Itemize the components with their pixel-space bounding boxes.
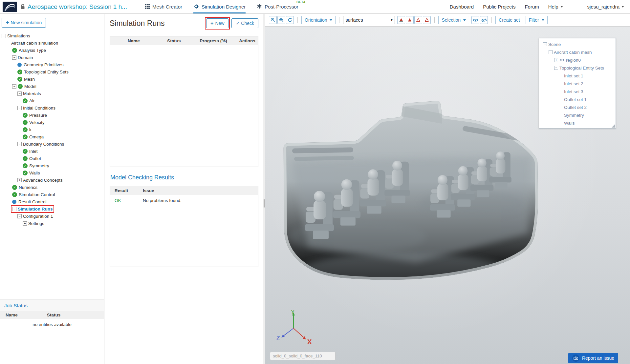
collapse-icon[interactable]: − — [17, 91, 22, 96]
tree-item-label[interactable]: Configuration 1 — [23, 214, 53, 219]
sim-tree-item-settings[interactable]: +Settings — [0, 220, 104, 227]
tree-item-label[interactable]: Result Control — [18, 199, 47, 204]
nav-public-projects[interactable]: Public Projects — [483, 4, 515, 10]
scene-tree-item-outlet-set-2[interactable]: Outlet set 2 — [540, 103, 614, 111]
sim-tree-item-mesh[interactable]: ✓Mesh — [0, 75, 104, 83]
tree-item-label[interactable]: Symmetry — [29, 163, 49, 168]
tree-item-label[interactable]: Simulations — [7, 33, 30, 38]
tree-item-label[interactable]: Simulation Control — [19, 192, 55, 197]
hide-selection-cone-icon[interactable] — [397, 16, 405, 24]
nav-help-menu[interactable]: Help — [548, 4, 563, 10]
show-selection-cone-icon[interactable] — [406, 16, 414, 24]
collapse-icon[interactable]: − — [549, 50, 553, 54]
render-mode-select[interactable]: surfaces — [343, 16, 395, 24]
tree-item-label[interactable]: region0 — [566, 58, 581, 63]
tree-item-label[interactable]: Aircraft cabin mesh — [554, 50, 592, 55]
nav-dashboard[interactable]: Dashboard — [450, 4, 474, 10]
sim-tree-item-configuration-1[interactable]: −Configuration 1 — [0, 212, 104, 220]
tree-item-label[interactable]: Topological Entity Sets — [24, 70, 69, 74]
eye-icon[interactable] — [559, 58, 564, 62]
hovered-face-field[interactable] — [270, 352, 336, 360]
tree-item-label[interactable]: Boundary Conditions — [23, 142, 64, 147]
collapse-icon[interactable]: − — [554, 66, 558, 70]
collapse-icon[interactable]: − — [17, 142, 22, 146]
sim-tree-item-omega[interactable]: ✓Omega — [0, 133, 104, 140]
tree-item-label[interactable]: Mesh — [24, 77, 35, 82]
scene-tree-resize-handle[interactable] — [612, 124, 615, 128]
expand-icon[interactable]: + — [17, 178, 22, 182]
scene-tree-item-aircraft-cabin-mesh[interactable]: −Aircraft cabin mesh — [540, 48, 614, 56]
selection-dropdown[interactable]: Selection — [438, 16, 469, 24]
sim-tree-item-pressure[interactable]: ✓Pressure — [0, 111, 104, 119]
sim-tree-item-model[interactable]: −✓Model — [0, 83, 104, 90]
sim-tree-item-velocity[interactable]: ✓Velocity — [0, 119, 104, 126]
tab-simulation-designer[interactable]: Simulation Designer — [193, 0, 246, 13]
tree-item-label[interactable]: Materials — [23, 91, 41, 96]
tree-item-label[interactable]: Settings — [28, 221, 44, 226]
tree-item-label[interactable]: Pressure — [29, 113, 47, 118]
scene-tree-item-scene[interactable]: −Scene — [540, 40, 614, 48]
isolate-selection-cone-icon[interactable] — [414, 16, 422, 24]
collapse-icon[interactable]: − — [12, 207, 16, 211]
sim-tree-item-boundary-conditions[interactable]: −Boundary Conditions — [0, 140, 104, 148]
tree-item-label[interactable]: Inlet set 2 — [564, 81, 583, 86]
hide-entities-eye-icon[interactable] — [480, 16, 488, 24]
3d-canvas[interactable]: −Scene−Aircraft cabin mesh+region0−Topol… — [265, 27, 630, 364]
app-logo-icon[interactable] — [3, 2, 17, 12]
tree-item-label[interactable]: Air — [29, 98, 35, 103]
sim-tree-item-advanced-concepts[interactable]: +Advanced Concepts — [0, 176, 104, 184]
refresh-view-button[interactable] — [286, 16, 294, 24]
sim-tree-item-initial-conditions[interactable]: −Initial Conditions — [0, 104, 104, 111]
zoom-box-button[interactable] — [277, 16, 285, 24]
collapse-icon[interactable]: − — [2, 34, 6, 38]
zoom-in-button[interactable] — [269, 16, 277, 24]
tree-item-label[interactable]: Model — [24, 84, 36, 89]
tree-item-label[interactable]: Omega — [29, 134, 44, 139]
sim-tree-item-materials[interactable]: −Materials — [0, 90, 104, 97]
tree-item-label[interactable]: Inlet set 3 — [564, 89, 583, 94]
scene-tree-item-outlet-set-1[interactable]: Outlet set 1 — [540, 95, 614, 103]
scene-tree-item-inlet-set-3[interactable]: Inlet set 3 — [540, 88, 614, 95]
scene-tree-item-symmetry[interactable]: Symmetry — [540, 111, 614, 119]
new-simulation-button[interactable]: + New simulation — [2, 18, 46, 28]
tree-item-label[interactable]: Simulation Runs — [18, 207, 53, 212]
collapse-icon[interactable]: − — [12, 55, 16, 60]
scene-tree-item-inlet-set-1[interactable]: Inlet set 1 — [540, 72, 614, 80]
collapse-icon[interactable]: − — [17, 214, 22, 218]
sim-tree-item-result-control[interactable]: Result Control — [0, 198, 104, 205]
sim-tree-item-domain[interactable]: −Domain — [0, 54, 104, 61]
sim-tree-item-numerics[interactable]: ✓Numerics — [0, 184, 104, 191]
sim-tree-item-aircraft-cabin-simulation[interactable]: Aircraft cabin simulation — [0, 39, 104, 47]
tree-item-label[interactable]: Symmetry — [564, 113, 584, 118]
check-button[interactable]: ✓ Check — [231, 18, 258, 28]
tree-item-label[interactable]: Inlet set 1 — [564, 73, 583, 78]
sim-tree-item-topological-entity-sets[interactable]: ✓Topological Entity Sets — [0, 68, 104, 75]
expand-icon[interactable]: + — [554, 58, 558, 62]
scene-tree-item-topological-entity-sets[interactable]: −Topological Entity Sets — [540, 64, 614, 72]
sim-tree-item-air[interactable]: ✓Air — [0, 97, 104, 104]
tree-item-label[interactable]: Domain — [18, 55, 33, 60]
scene-tree-item-region0[interactable]: +region0 — [540, 56, 614, 64]
sim-tree-item-walls[interactable]: ✓Walls — [0, 169, 104, 176]
tree-item-label[interactable]: Initial Conditions — [23, 106, 55, 111]
show-entities-eye-icon[interactable] — [471, 16, 479, 24]
sim-tree-item-k[interactable]: ✓k — [0, 126, 104, 133]
collapse-icon[interactable]: − — [17, 106, 22, 110]
tree-item-label[interactable]: Outlet set 2 — [564, 105, 587, 110]
tree-item-label[interactable]: Advanced Concepts — [23, 178, 63, 183]
filter-dropdown[interactable]: Filter — [526, 16, 548, 24]
sim-tree-item-simulation-control[interactable]: ✓Simulation Control — [0, 191, 104, 198]
collapse-icon[interactable]: − — [543, 42, 547, 46]
project-title[interactable]: Aerospace workshop: Session 1 h... — [28, 3, 127, 10]
sim-tree-item-inlet[interactable]: ✓Inlet — [0, 148, 104, 155]
create-set-button[interactable]: Create set — [495, 16, 523, 24]
sim-tree-item-symmetry[interactable]: ✓Symmetry — [0, 162, 104, 169]
sim-tree-item-outlet[interactable]: ✓Outlet — [0, 155, 104, 162]
tree-item-label[interactable]: Topological Entity Sets — [559, 66, 604, 71]
tree-item-label[interactable]: Aircraft cabin simulation — [11, 41, 58, 46]
sim-tree-item-analysis-type[interactable]: ✓Analysis Type — [0, 47, 104, 54]
tree-item-label[interactable]: Geometry Primitives — [24, 62, 64, 67]
sim-tree-item-simulation-runs[interactable]: −Simulation Runs — [0, 205, 104, 212]
scene-tree-item-inlet-set-2[interactable]: Inlet set 2 — [540, 80, 614, 88]
tree-item-label[interactable]: Walls — [564, 121, 575, 126]
